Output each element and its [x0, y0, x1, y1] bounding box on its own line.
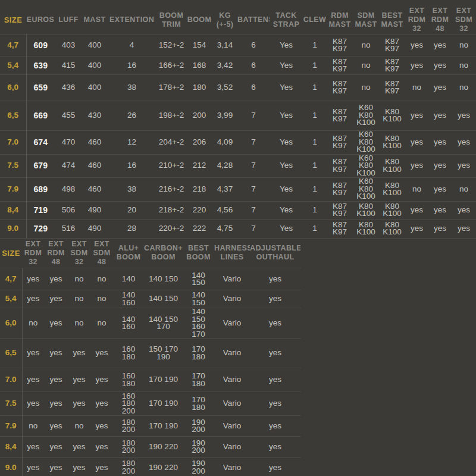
spec-cell: yes: [44, 392, 68, 416]
size-cell: 5,4: [0, 290, 22, 308]
spec-cell: no: [452, 34, 476, 57]
spec-cell: yes: [68, 458, 90, 476]
spec-cell: 6: [237, 57, 270, 74]
spec-cell: Yes: [270, 177, 303, 201]
column-header: ADJUSTABLE OUTHAUL: [250, 239, 300, 268]
size-cell: 7.0: [0, 130, 26, 154]
table-row: 4,7yesyesnono140140 150140 150Varioyes: [0, 268, 300, 290]
size-cell: 6,0: [0, 74, 26, 101]
column-header: TACK STRAP: [270, 0, 303, 34]
spec-cell: yes: [428, 219, 452, 238]
spec-cell: 222: [186, 219, 212, 238]
spec-cell: no: [90, 290, 113, 308]
spec-cell: yes: [22, 458, 44, 476]
spec-cell: 180: [186, 74, 212, 101]
spec-cell: no: [405, 74, 428, 101]
spec-cell: 3,52: [212, 74, 237, 101]
size-cell: 6,5: [0, 101, 26, 130]
spec-cell: K87 K97: [327, 177, 353, 201]
spec-cell: yes: [22, 437, 44, 458]
column-header: EXT RDM 48: [44, 239, 68, 268]
spec-cell: K87 K97: [327, 74, 353, 101]
size-cell: 9.0: [0, 458, 22, 476]
spec-cell: yes: [250, 308, 300, 339]
spec-cell: K60 K80 K100: [353, 130, 379, 154]
spec-cell: 180 200: [113, 416, 144, 437]
spec-cell: no: [68, 290, 90, 308]
spec-cell: yes: [452, 219, 476, 238]
size-cell: 7.0: [0, 368, 22, 392]
table-row: 7.9noyesnoyes180 200170 190190 200Varioy…: [0, 416, 300, 437]
spec-cell: 190 220: [144, 437, 183, 458]
spec-cell: 140 150: [144, 290, 183, 308]
spec-cell: 4,28: [212, 154, 237, 177]
spec-cell: 430: [82, 101, 107, 130]
column-header: EXT RDM 48: [428, 0, 452, 34]
spec-cell: no: [68, 308, 90, 339]
spec-cell: 609: [26, 34, 55, 57]
spec-cell: 190 200: [183, 458, 214, 476]
size-column-header: SIZE: [0, 0, 26, 34]
spec-cell: yes: [452, 154, 476, 177]
spec-cell: 178+-2: [156, 74, 186, 101]
column-header: KG (+-5): [212, 0, 237, 34]
spec-cell: 210+-2: [156, 154, 186, 177]
column-header: EXTENTION: [107, 0, 156, 34]
table-row: 6,0noyesnono140 160140 150 170140 150 16…: [0, 308, 300, 339]
spec-cell: no: [90, 308, 113, 339]
spec-cell: 3,14: [212, 34, 237, 57]
column-header: LUFF: [55, 0, 82, 34]
spec-cell: 506: [55, 201, 82, 219]
spec-cell: no: [353, 74, 379, 101]
spec-cell: 460: [82, 154, 107, 177]
spec-cell: 729: [26, 219, 55, 238]
size-column-header: SIZE: [0, 239, 22, 268]
spec-cell: yes: [428, 177, 452, 201]
spec-cell: yes: [250, 339, 300, 368]
spec-cell: 474: [55, 154, 82, 177]
spec-cell: yes: [90, 368, 113, 392]
spec-cell: 140 150: [183, 290, 214, 308]
spec-cell: 212: [186, 154, 212, 177]
spec-cell: 220+-2: [156, 219, 186, 238]
spec-cell: yes: [90, 392, 113, 416]
table-row: 6,566945543026198+-22003,997Yes1K87 K97K…: [0, 101, 476, 130]
spec-cell: K87 K97: [379, 57, 405, 74]
spec-cell: 218: [186, 177, 212, 201]
column-header: CLEW: [303, 0, 327, 34]
spec-cell: no: [452, 177, 476, 201]
column-header: MAST: [82, 0, 107, 34]
spec-cell: yes: [90, 437, 113, 458]
spec-cell: 20: [107, 201, 156, 219]
spec-cell: 3,42: [212, 57, 237, 74]
spec-cell: K87 K97: [327, 154, 353, 177]
spec-cell: 400: [82, 34, 107, 57]
column-header: EXT RDM 32: [22, 239, 44, 268]
table-row: 6,065943640038178+-21803,526Yes1K87 K97n…: [0, 74, 476, 101]
spec-cell: 170 190: [144, 416, 183, 437]
spec-cell: yes: [90, 458, 113, 476]
column-header: SDM MAST: [353, 0, 379, 34]
spec-cell: K80 K100: [379, 130, 405, 154]
spec-cell: 674: [26, 130, 55, 154]
spec-cell: 1: [303, 177, 327, 201]
size-cell: 6,5: [0, 339, 22, 368]
spec-cell: 679: [26, 154, 55, 177]
spec-cell: 204+-2: [156, 130, 186, 154]
spec-cell: 659: [26, 74, 55, 101]
table-row: 7.067447046012204+-22064,097Yes1K87 K97K…: [0, 130, 476, 154]
column-header: HARNESS LINES: [214, 239, 250, 268]
spec-cell: yes: [428, 34, 452, 57]
spec-cell: Vario: [214, 268, 250, 290]
spec-cell: 3,99: [212, 101, 237, 130]
spec-cell: 150 170 190: [144, 339, 183, 368]
spec-cell: 400: [82, 74, 107, 101]
table-row: 7.5yesyesyesyes160 180 200170 190170 180…: [0, 392, 300, 416]
sail-spec-sheet: SIZEEUROSLUFFMASTEXTENTIONBOOM TRIMBOOMK…: [0, 0, 476, 476]
table-row: 7.567947446016210+-22124,287Yes1K87 K97K…: [0, 154, 476, 177]
spec-cell: 415: [55, 57, 82, 74]
spec-cell: 220: [186, 201, 212, 219]
spec-cell: 170 180: [183, 392, 214, 416]
table-row: 5,463941540016166+-21683,426Yes1K87 K97n…: [0, 57, 476, 74]
spec-cell: 26: [107, 101, 156, 130]
